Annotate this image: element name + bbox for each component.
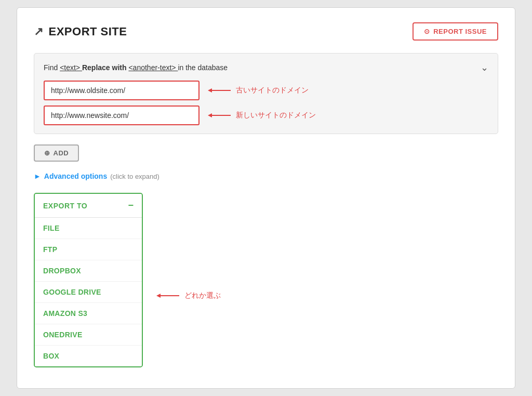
replace-label: Replace with <box>82 63 127 72</box>
advanced-options-hint: (click to expand) <box>110 173 159 180</box>
add-button[interactable]: ⊕ ADD <box>34 144 79 162</box>
replace-tag: <another-text> <box>128 63 178 72</box>
minus-icon[interactable]: − <box>128 200 134 211</box>
report-icon: ⊙ <box>424 28 430 35</box>
suffix-label: in the database <box>178 63 228 72</box>
new-url-input[interactable] <box>44 105 200 125</box>
export-option-onedrive[interactable]: ONEDRIVE <box>35 324 142 346</box>
find-tag: <text> <box>60 63 82 72</box>
main-card: ↗ EXPORT SITE ⊙ REPORT ISSUE Find <text>… <box>17 7 515 389</box>
page-title: ↗ EXPORT SITE <box>34 25 127 38</box>
header-row: ↗ EXPORT SITE ⊙ REPORT ISSUE <box>34 22 498 41</box>
new-url-label: 新しいサイトのドメイン <box>236 111 316 120</box>
report-issue-label: REPORT ISSUE <box>433 28 487 35</box>
export-option-ftp[interactable]: FTP <box>35 239 142 260</box>
export-option-amazon-s3[interactable]: AMAZON S3 <box>35 303 142 324</box>
svg-marker-1 <box>208 88 212 93</box>
export-options-list: FILE FTP DROPBOX GOOGLE DRIVE AMAZON S3 … <box>35 218 142 366</box>
old-url-annotation: 古いサイトのドメイン <box>207 86 309 95</box>
find-replace-label: Find <text> Replace with <another-text> … <box>44 63 228 72</box>
old-url-row: 古いサイトのドメイン <box>44 81 488 100</box>
export-to-title: EXPORT TO <box>43 202 87 210</box>
export-annotation-label: どれか選ぶ <box>184 291 221 300</box>
find-replace-box: Find <text> Replace with <another-text> … <box>34 53 498 134</box>
export-option-file[interactable]: FILE <box>35 218 142 239</box>
export-option-box[interactable]: BOX <box>35 346 142 366</box>
svg-marker-3 <box>208 113 212 117</box>
left-arrow-icon <box>207 86 232 95</box>
add-label: ADD <box>54 149 69 157</box>
left-arrow-icon-2 <box>207 111 232 120</box>
old-url-input[interactable] <box>44 81 200 100</box>
export-option-dropbox[interactable]: DROPBOX <box>35 260 142 282</box>
new-url-annotation: 新しいサイトのドメイン <box>207 111 316 120</box>
export-icon: ↗ <box>34 25 44 38</box>
left-arrow-icon-3 <box>155 291 180 300</box>
plus-icon: ⊕ <box>44 149 50 157</box>
find-label: Find <box>44 63 58 72</box>
svg-marker-5 <box>156 294 161 298</box>
export-annotation: どれか選ぶ <box>155 291 221 300</box>
new-url-row: 新しいサイトのドメイン <box>44 105 488 125</box>
old-url-label: 古いサイトのドメイン <box>236 86 309 95</box>
advanced-options-label: Advanced options <box>44 172 107 180</box>
chevron-down-icon[interactable]: ⌄ <box>481 62 488 73</box>
export-area: EXPORT TO − FILE FTP DROPBOX GOOGLE DRIV… <box>34 193 498 367</box>
export-to-box: EXPORT TO − FILE FTP DROPBOX GOOGLE DRIV… <box>34 193 143 367</box>
expand-arrow-icon: ► <box>34 172 41 180</box>
find-replace-header: Find <text> Replace with <another-text> … <box>44 62 488 73</box>
report-issue-button[interactable]: ⊙ REPORT ISSUE <box>413 22 498 41</box>
export-option-google-drive[interactable]: GOOGLE DRIVE <box>35 282 142 303</box>
advanced-options[interactable]: ► Advanced options (click to expand) <box>34 172 498 180</box>
page-title-text: EXPORT SITE <box>49 25 127 38</box>
export-to-header: EXPORT TO − <box>35 194 142 218</box>
